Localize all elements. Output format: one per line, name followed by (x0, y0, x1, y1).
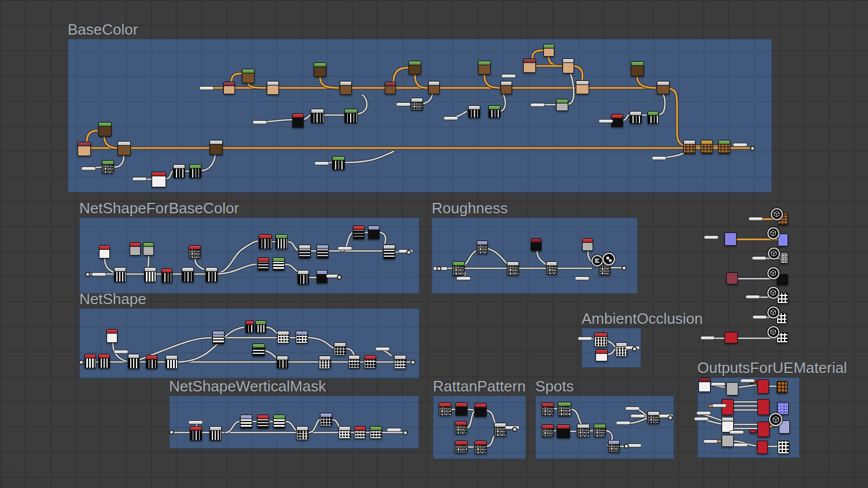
graph-node-hstripesdark-red[interactable] (257, 415, 269, 428)
graph-node-gray-red[interactable] (130, 242, 141, 256)
graph-node-bwnoise-red[interactable] (455, 441, 468, 453)
connector-label-pill[interactable] (729, 430, 744, 434)
graph-node-red[interactable] (757, 422, 770, 437)
graph-node-grid-gray[interactable] (319, 356, 331, 369)
graph-node-hstripes-gray[interactable] (383, 245, 395, 259)
graph-node-red[interactable] (724, 332, 738, 343)
wire-gray[interactable] (178, 327, 244, 362)
output-cube-icon[interactable] (769, 413, 782, 426)
connector-label-pill[interactable] (337, 246, 352, 250)
graph-node-vstripes-red[interactable] (84, 354, 96, 368)
wire-endpoint[interactable] (750, 146, 755, 151)
wire-gray[interactable] (201, 155, 215, 171)
graph-node-gray-green[interactable] (556, 99, 568, 111)
connector-label-pill[interactable] (703, 439, 718, 443)
graph-node-rattan-gray[interactable] (683, 140, 696, 154)
graph-node-bwnoise-red[interactable] (455, 421, 467, 434)
graph-node-orangegrid[interactable] (777, 381, 788, 393)
wire-endpoint[interactable] (624, 443, 629, 449)
output-cube-icon[interactable] (768, 247, 780, 260)
graph-node-bwnoise-red[interactable] (439, 402, 451, 416)
graph-node-vstripesdark-gray[interactable] (173, 164, 185, 178)
graph-node-grid-red[interactable] (594, 332, 608, 347)
graph-node-black-red[interactable] (475, 403, 487, 417)
connector-label-pill[interactable] (132, 177, 147, 181)
connector-label-pill[interactable] (113, 350, 128, 354)
connector-label-pill[interactable] (752, 256, 767, 260)
graph-node-hstripesdark-blue[interactable] (317, 245, 329, 258)
graph-node-tan-gray[interactable] (576, 80, 589, 94)
connector-label-pill[interactable] (188, 420, 203, 424)
levels-icon[interactable] (591, 255, 603, 267)
graph-node-hstripes-blue[interactable] (212, 331, 225, 344)
connector-label-pill[interactable] (752, 315, 767, 319)
connector-label-pill[interactable] (704, 235, 719, 239)
graph-node-hstripes-green[interactable] (273, 415, 285, 428)
wire-endpoint[interactable] (169, 430, 174, 435)
graph-node-graynoise[interactable] (780, 252, 788, 264)
graph-node-hstripesdark-gray[interactable] (299, 245, 311, 258)
graph-node-vstripesdark-gray[interactable] (630, 111, 642, 124)
connector-label-pill[interactable] (711, 382, 726, 386)
graph-node-grid-gray[interactable] (394, 355, 406, 369)
graph-node-rattan-green[interactable] (718, 140, 730, 154)
connector-label-pill[interactable] (575, 276, 590, 280)
graph-node-white-red[interactable] (99, 245, 110, 258)
graph-node-black-red[interactable] (455, 402, 468, 416)
graph-node-vstripesdark-green[interactable] (344, 109, 358, 123)
graph-node-vstripes-gray[interactable] (114, 267, 126, 282)
graph-node-vstripesdark-red[interactable] (190, 426, 202, 441)
connector-label-pill[interactable] (314, 161, 329, 165)
graph-node-white-red[interactable] (595, 349, 608, 361)
wire-gray[interactable] (114, 155, 124, 167)
graph-node-vstripes-gray[interactable] (144, 267, 156, 282)
connector-label-pill[interactable] (199, 86, 214, 90)
graph-node-bwnoise-red[interactable] (475, 441, 487, 454)
connector-label-pill[interactable] (252, 120, 267, 124)
graph-node-vstripesdark-green[interactable] (488, 105, 501, 118)
connector-label-pill[interactable] (733, 443, 748, 447)
graph-node-gray-red[interactable] (582, 238, 593, 251)
graph-node-rattan-yellow[interactable] (701, 140, 713, 154)
graph-node-gray[interactable] (722, 435, 734, 447)
graph-node-hstripes-blue[interactable] (240, 415, 252, 428)
wire-orange[interactable] (248, 83, 266, 88)
graph-node-brown-gray[interactable] (428, 81, 440, 94)
connector-label-pill[interactable] (712, 404, 727, 408)
wire-endpoint[interactable] (632, 346, 637, 352)
wire-endpoint[interactable] (403, 430, 408, 435)
graph-node-maroon[interactable] (726, 272, 738, 284)
graph-node-grid-gray[interactable] (348, 355, 360, 368)
connector-label-pill[interactable] (375, 347, 390, 351)
wire-gray[interactable] (468, 409, 473, 410)
output-cube-icon[interactable] (767, 306, 779, 319)
connector-label-pill[interactable] (530, 103, 545, 107)
connector-label-pill[interactable] (91, 272, 106, 276)
connector-label-pill[interactable] (625, 406, 640, 411)
graph-node-vstripesdark-red[interactable] (259, 234, 272, 249)
graph-node-tan-maroon[interactable] (223, 82, 235, 94)
output-cube-icon[interactable] (771, 208, 783, 220)
graph-node-red[interactable] (757, 441, 768, 454)
graph-node-brown-gray[interactable] (501, 81, 512, 94)
graph-node-bluegrid[interactable] (777, 402, 789, 415)
graph-node-bwnoise-gray[interactable] (577, 424, 590, 437)
output-cube-icon[interactable] (767, 326, 779, 338)
graph-node-black-red[interactable] (292, 113, 304, 128)
wire-gray[interactable] (345, 151, 393, 162)
graph-node-bwnoise-blue[interactable] (608, 440, 620, 453)
connector-label-pill[interactable] (456, 276, 471, 280)
graph-node-grid-gray[interactable] (339, 426, 351, 439)
graph-node-black-blue[interactable] (368, 225, 380, 239)
graph-node-gray-green[interactable] (143, 242, 154, 256)
graph-node-bwnoise-green[interactable] (558, 402, 571, 416)
connector-label-pill[interactable] (501, 74, 516, 78)
graph-node-hstripesdark-red[interactable] (353, 225, 365, 239)
connector-label-pill[interactable] (598, 119, 613, 123)
graph-node-grid-gray[interactable] (277, 331, 289, 343)
graph-node-vstripes-gray[interactable] (128, 354, 139, 369)
graph-node-dkbrown-green[interactable] (631, 61, 644, 76)
graph-node-black-darkred[interactable] (531, 238, 542, 251)
wire-endpoint[interactable] (668, 415, 673, 420)
graph-node-white-red[interactable] (106, 329, 117, 343)
